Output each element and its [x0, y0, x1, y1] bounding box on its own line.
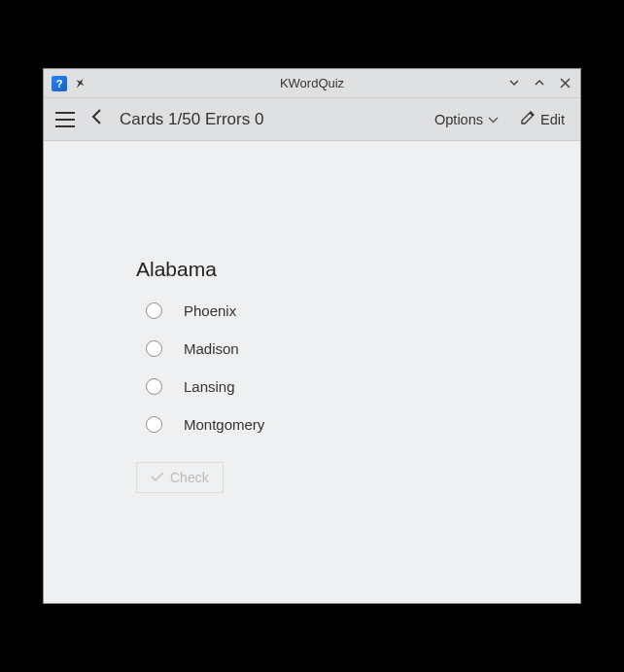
pencil-icon — [520, 110, 536, 128]
minimize-icon[interactable] — [506, 76, 522, 91]
close-icon[interactable] — [557, 76, 572, 91]
check-button: Check — [136, 462, 224, 493]
option-label: Lansing — [184, 378, 235, 395]
radio-button[interactable] — [146, 302, 162, 319]
content-area: Alabama Phoenix Madison Lansing Montgome… — [44, 141, 580, 603]
page-title: Cards 1/50 Errors 0 — [120, 110, 263, 129]
window-controls — [506, 76, 572, 91]
option-label: Madison — [184, 340, 239, 357]
titlebar: KWordQuiz — [44, 69, 580, 98]
options-label: Options — [434, 112, 483, 127]
titlebar-left — [52, 76, 87, 91]
edit-label: Edit — [540, 112, 565, 127]
chevron-down-icon — [488, 114, 499, 125]
radio-button[interactable] — [146, 416, 162, 433]
radio-button[interactable] — [146, 340, 162, 357]
option-row[interactable]: Montgomery — [136, 416, 551, 433]
option-row[interactable]: Phoenix — [136, 302, 551, 319]
options-button[interactable]: Options — [431, 108, 503, 131]
radio-button[interactable] — [146, 378, 162, 395]
back-icon[interactable] — [88, 108, 106, 130]
app-window: KWordQuiz Cards 1/50 Errors 0 Options — [43, 68, 581, 604]
window-title: KWordQuiz — [280, 76, 344, 90]
check-label: Check — [170, 470, 209, 485]
check-icon — [151, 471, 164, 485]
edit-button[interactable]: Edit — [516, 106, 569, 132]
app-icon — [52, 76, 67, 91]
toolbar: Cards 1/50 Errors 0 Options Edit — [44, 98, 580, 141]
option-row[interactable]: Lansing — [136, 378, 551, 395]
question-text: Alabama — [136, 258, 551, 281]
pin-icon[interactable] — [73, 77, 87, 90]
option-label: Phoenix — [184, 302, 236, 319]
maximize-icon[interactable] — [532, 76, 547, 91]
option-row[interactable]: Madison — [136, 340, 551, 357]
option-label: Montgomery — [184, 416, 264, 433]
hamburger-icon[interactable] — [55, 112, 75, 127]
